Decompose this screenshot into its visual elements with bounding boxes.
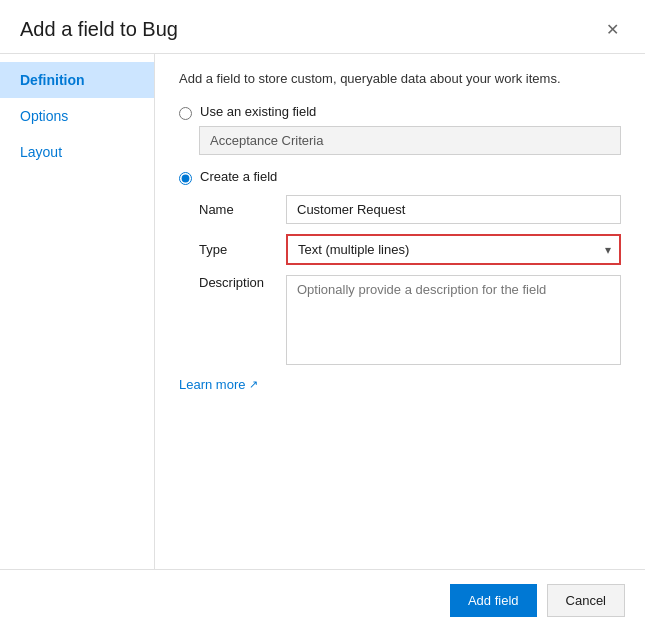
existing-radio-row: Use an existing field bbox=[179, 104, 621, 120]
name-label: Name bbox=[199, 202, 274, 217]
external-link-icon: ↗ bbox=[249, 378, 258, 391]
description-row: Description bbox=[199, 275, 621, 365]
main-content: Add a field to store custom, queryable d… bbox=[155, 54, 645, 569]
dialog-footer: Add field Cancel bbox=[0, 569, 645, 631]
description-label: Description bbox=[199, 275, 274, 290]
close-button[interactable]: ✕ bbox=[600, 16, 625, 43]
cancel-button[interactable]: Cancel bbox=[547, 584, 625, 617]
name-input[interactable] bbox=[286, 195, 621, 224]
sidebar: Definition Options Layout bbox=[0, 54, 155, 569]
create-fields: Name Type Text (multiple lines) Text (si… bbox=[199, 195, 621, 365]
description-text: Add a field to store custom, queryable d… bbox=[179, 70, 621, 88]
type-select[interactable]: Text (multiple lines) Text (single line)… bbox=[288, 236, 619, 263]
sidebar-item-label: Layout bbox=[20, 144, 62, 160]
type-row: Type Text (multiple lines) Text (single … bbox=[199, 234, 621, 265]
add-field-button[interactable]: Add field bbox=[450, 584, 537, 617]
existing-field-option: Use an existing field bbox=[179, 104, 621, 155]
type-label: Type bbox=[199, 242, 274, 257]
create-radio-row: Create a field bbox=[179, 169, 621, 185]
name-row: Name bbox=[199, 195, 621, 224]
type-select-wrapper: Text (multiple lines) Text (single line)… bbox=[286, 234, 621, 265]
radio-group: Use an existing field Create a field Nam… bbox=[179, 104, 621, 365]
dialog: Add a field to Bug ✕ Definition Options … bbox=[0, 0, 645, 631]
dialog-body: Definition Options Layout Add a field to… bbox=[0, 53, 645, 569]
sidebar-item-label: Definition bbox=[20, 72, 85, 88]
sidebar-item-layout[interactable]: Layout bbox=[0, 134, 154, 170]
sidebar-item-label: Options bbox=[20, 108, 68, 124]
close-icon: ✕ bbox=[606, 20, 619, 39]
learn-more-link[interactable]: Learn more ↗ bbox=[179, 377, 621, 392]
learn-more-label: Learn more bbox=[179, 377, 245, 392]
create-field-section: Create a field Name Type bbox=[179, 169, 621, 365]
existing-radio-input[interactable] bbox=[179, 107, 192, 120]
create-radio-label[interactable]: Create a field bbox=[200, 169, 277, 184]
dialog-title: Add a field to Bug bbox=[20, 18, 178, 41]
sidebar-item-options[interactable]: Options bbox=[0, 98, 154, 134]
existing-radio-label[interactable]: Use an existing field bbox=[200, 104, 316, 119]
sidebar-item-definition[interactable]: Definition bbox=[0, 62, 154, 98]
existing-field-input[interactable] bbox=[199, 126, 621, 155]
create-radio-input[interactable] bbox=[179, 172, 192, 185]
dialog-header: Add a field to Bug ✕ bbox=[0, 0, 645, 53]
description-textarea[interactable] bbox=[286, 275, 621, 365]
